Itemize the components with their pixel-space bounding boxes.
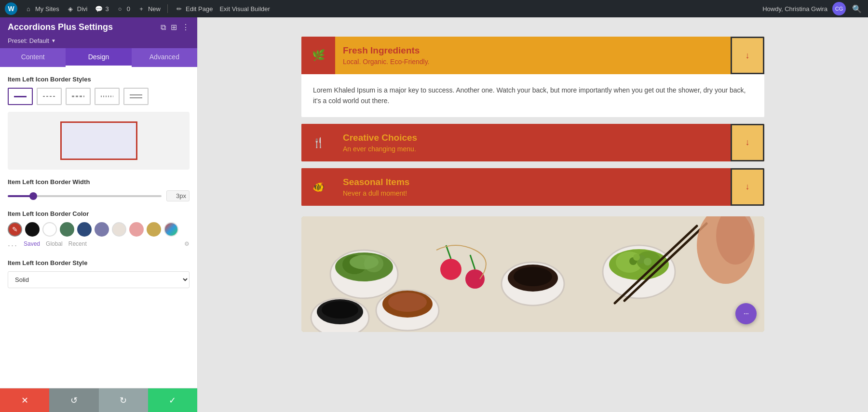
border-styles-label: Item Left Icon Border Styles bbox=[8, 76, 190, 83]
comments-button[interactable]: 💬 3 bbox=[95, 4, 109, 13]
copy-icon[interactable]: ⧉ bbox=[161, 23, 166, 32]
sidebar-header-icons: ⧉ ⊞ ⋮ bbox=[161, 23, 190, 32]
color-swatch-light[interactable] bbox=[112, 222, 126, 237]
color-swatch-lavender[interactable] bbox=[95, 222, 109, 237]
divi-button[interactable]: ◈ Divi bbox=[66, 4, 88, 13]
accordion-header-3[interactable]: 🐠 Seasonal Items Never a dull moment! ↓ bbox=[301, 168, 764, 206]
main-layout: Accordions Plus Settings ⧉ ⊞ ⋮ Preset: D… bbox=[0, 17, 868, 412]
content-area: 🌿 Fresh Ingredients Local. Organic. Eco-… bbox=[198, 17, 868, 412]
new-button[interactable]: + New bbox=[137, 4, 161, 13]
edit-page-button[interactable]: ✏ Edit Page bbox=[175, 4, 213, 13]
border-width-slider[interactable] bbox=[8, 195, 162, 197]
accordion-header-1[interactable]: 🌿 Fresh Ingredients Local. Organic. Eco-… bbox=[301, 37, 764, 74]
border-style-solid[interactable] bbox=[8, 88, 33, 105]
chevron-down-icon-2: ↓ bbox=[746, 137, 750, 147]
accordion-icon-1: 🌿 bbox=[301, 37, 335, 74]
chevron-down-icon-3: ↓ bbox=[746, 182, 750, 192]
svg-rect-0 bbox=[14, 96, 27, 97]
comment-count: 3 bbox=[106, 5, 109, 13]
divi-icon: ◈ bbox=[66, 4, 75, 13]
search-icon[interactable]: 🔍 bbox=[851, 2, 863, 15]
border-color-label: Item Left Icon Border Color bbox=[8, 210, 190, 217]
border-styles-options bbox=[8, 88, 190, 105]
color-swatch-pink[interactable] bbox=[129, 222, 144, 237]
divider bbox=[167, 4, 168, 13]
accordion-text-1: Fresh Ingredients Local. Organic. Eco-Fr… bbox=[335, 37, 731, 74]
accordion-icon-2: 🍴 bbox=[301, 124, 335, 161]
color-swatch-gold[interactable] bbox=[147, 222, 161, 237]
chevron-down-icon: ↓ bbox=[746, 51, 750, 61]
plus-icon: + bbox=[137, 4, 146, 13]
color-swatch-navy[interactable] bbox=[77, 222, 92, 237]
eyedropper-icon: ✎ bbox=[12, 226, 18, 233]
user-avatar[interactable]: CG bbox=[832, 2, 846, 15]
svg-point-13 bbox=[440, 259, 461, 280]
wp-logo-icon[interactable]: W bbox=[5, 2, 17, 15]
color-picker-icon[interactable]: ✎ bbox=[8, 222, 22, 237]
border-style-select-row: Item Left Icon Border Style Solid Dashed… bbox=[8, 259, 190, 288]
cancel-button[interactable]: ✕ bbox=[0, 388, 49, 412]
accordion-toggle-3[interactable]: ↓ bbox=[731, 168, 764, 206]
sidebar-title: Accordions Plus Settings bbox=[8, 22, 113, 32]
sidebar-header: Accordions Plus Settings ⧉ ⊞ ⋮ bbox=[0, 17, 197, 37]
content-inner: 🌿 Fresh Ingredients Local. Organic. Eco-… bbox=[301, 37, 764, 332]
color-tab-global[interactable]: Global bbox=[46, 240, 63, 251]
redo-button[interactable]: ↻ bbox=[99, 388, 148, 412]
color-swatch-gradient[interactable] bbox=[164, 222, 178, 237]
color-tab-recent[interactable]: Recent bbox=[68, 240, 87, 251]
fork-icon: 🍴 bbox=[312, 137, 325, 148]
my-sites-button[interactable]: ⌂ My Sites bbox=[24, 4, 59, 13]
divi-label: Divi bbox=[77, 5, 88, 13]
border-width-row: 3px bbox=[8, 190, 190, 201]
more-icon[interactable]: ⋮ bbox=[182, 23, 190, 32]
howdy-text: Howdy, Christina Gwira bbox=[762, 5, 827, 13]
border-style-select-label: Item Left Icon Border Style bbox=[8, 259, 190, 266]
color-swatch-black[interactable] bbox=[25, 222, 40, 237]
svg-point-27 bbox=[633, 254, 640, 261]
accordion-title-2: Creative Choices bbox=[343, 133, 723, 143]
preset-arrow-icon: ▼ bbox=[51, 38, 56, 43]
border-style-dashed[interactable] bbox=[66, 88, 91, 105]
border-color-section: Item Left Icon Border Color ✎ bbox=[8, 210, 190, 251]
color-swatch-green[interactable] bbox=[60, 222, 74, 237]
undo-button[interactable]: ↺ bbox=[49, 388, 98, 412]
accordion-toggle-2[interactable]: ↓ bbox=[731, 124, 764, 161]
color-dots[interactable]: ··· bbox=[8, 240, 18, 251]
confirm-button[interactable]: ✓ bbox=[148, 388, 197, 412]
gear-icon[interactable]: ⚙ bbox=[184, 240, 190, 251]
bubble-icon: ○ bbox=[116, 4, 124, 13]
accordion-body-text-1: Lorem Khaled Ipsum is a major key to suc… bbox=[313, 86, 746, 105]
accordion-header-2[interactable]: 🍴 Creative Choices An ever changing menu… bbox=[301, 124, 764, 161]
tab-content[interactable]: Content bbox=[0, 48, 66, 67]
border-preview-container bbox=[8, 112, 190, 170]
bubble-count: 0 bbox=[127, 5, 130, 13]
bubbles-button[interactable]: ○ 0 bbox=[116, 4, 130, 13]
accordion-item-3: 🐠 Seasonal Items Never a dull moment! ↓ bbox=[301, 168, 764, 206]
tab-advanced[interactable]: Advanced bbox=[132, 48, 197, 67]
border-style-dotted[interactable] bbox=[95, 88, 120, 105]
exit-vb-button[interactable]: Exit Visual Builder bbox=[219, 5, 270, 13]
accordion-icon-3: 🐠 bbox=[301, 168, 335, 206]
accordion-subtitle-3: Never a dull moment! bbox=[343, 189, 723, 197]
divi-fab-icon: ··· bbox=[744, 309, 748, 318]
top-bar-right: Howdy, Christina Gwira CG 🔍 bbox=[762, 2, 863, 15]
grid-icon[interactable]: ⊞ bbox=[171, 23, 177, 32]
color-swatch-white[interactable] bbox=[42, 222, 57, 237]
border-style-dashed-thin[interactable] bbox=[37, 88, 62, 105]
accordion-text-3: Seasonal Items Never a dull moment! bbox=[335, 168, 731, 206]
edit-page-label: Edit Page bbox=[186, 5, 213, 13]
tab-design[interactable]: Design bbox=[66, 48, 131, 67]
svg-point-26 bbox=[644, 258, 651, 266]
food-svg bbox=[301, 216, 764, 332]
comments-icon: 💬 bbox=[95, 4, 103, 13]
tabs-row: Content Design Advanced bbox=[0, 48, 197, 67]
my-sites-label: My Sites bbox=[35, 5, 59, 13]
preset-row[interactable]: Preset: Default ▼ bbox=[0, 37, 197, 48]
color-tab-saved[interactable]: Saved bbox=[24, 240, 40, 251]
accordion-item-2: 🍴 Creative Choices An ever changing menu… bbox=[301, 124, 764, 161]
border-style-select[interactable]: Solid Dashed Dotted Double None bbox=[8, 271, 190, 288]
bottom-toolbar: ✕ ↺ ↻ ✓ bbox=[0, 388, 197, 412]
divi-fab-button[interactable]: ··· bbox=[735, 303, 757, 324]
accordion-toggle-1[interactable]: ↓ bbox=[731, 37, 764, 74]
border-style-double[interactable] bbox=[123, 88, 149, 105]
